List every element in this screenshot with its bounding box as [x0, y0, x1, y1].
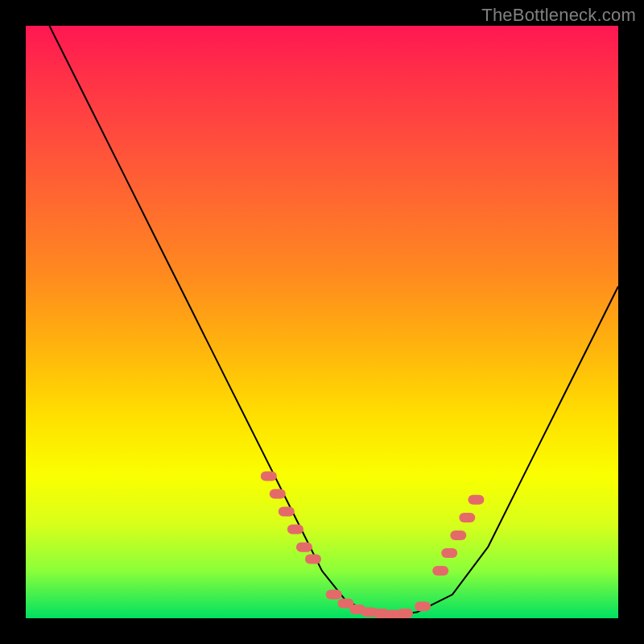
marker-dot: [441, 548, 457, 558]
marker-dot: [397, 609, 413, 618]
marker-dot: [432, 566, 448, 576]
marker-dot: [287, 525, 303, 535]
marker-dot: [279, 507, 295, 517]
marker-dot: [415, 601, 431, 611]
marker-dot: [459, 513, 475, 522]
chart-frame: TheBottleneck.com: [0, 0, 644, 644]
bottleneck-curve: [49, 26, 618, 615]
marker-dot: [305, 554, 321, 564]
marker-dot: [468, 495, 484, 505]
plot-area: [26, 26, 618, 618]
marker-dot: [450, 530, 466, 540]
marker-dot: [270, 489, 286, 498]
marker-dot: [326, 590, 342, 600]
chart-svg: [26, 26, 618, 618]
watermark-text: TheBottleneck.com: [481, 5, 636, 26]
marker-dot: [261, 471, 277, 481]
marker-dot: [296, 543, 312, 552]
